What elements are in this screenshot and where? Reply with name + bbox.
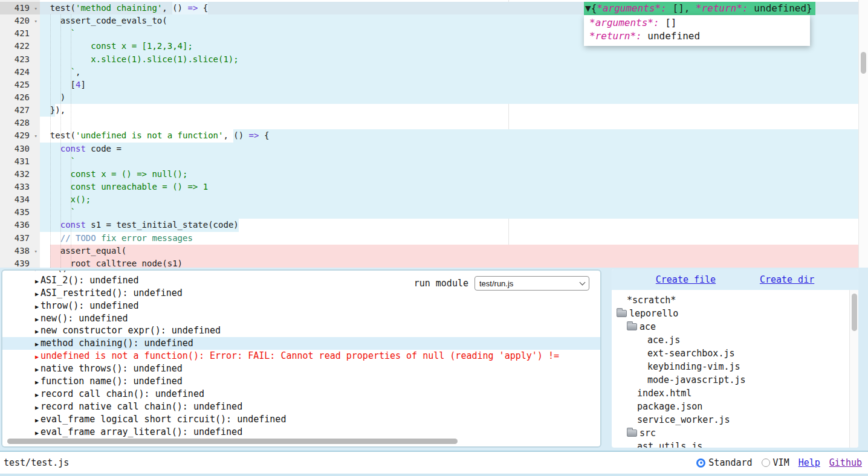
console-horizontal-scrollbar[interactable] bbox=[5, 438, 598, 445]
tree-item-label: src bbox=[640, 426, 656, 440]
gutter-line-number[interactable]: 422 bbox=[0, 40, 40, 53]
fold-arrow-icon[interactable]: ▾ bbox=[34, 15, 37, 28]
console-test-item[interactable]: ▶new constructor expr(): undefined bbox=[2, 324, 600, 337]
gutter-line-number[interactable]: 421 bbox=[0, 27, 40, 40]
help-link[interactable]: Help bbox=[798, 457, 820, 468]
console-test-item[interactable]: ▶undefined is not a function(): Error: F… bbox=[2, 350, 600, 362]
file-tree-body: *scratch*leporelloaceace.jsext-searchbox… bbox=[612, 290, 858, 448]
code-token: const x = () => null(); bbox=[40, 168, 187, 181]
editor-scrollbar-thumb[interactable] bbox=[861, 52, 866, 74]
radio-icon[interactable] bbox=[762, 458, 770, 467]
keybinding-option-vim[interactable]: VIM bbox=[762, 457, 789, 468]
tree-item-label: service_worker.js bbox=[637, 413, 730, 426]
line-number: 435 bbox=[15, 207, 30, 217]
code-token bbox=[40, 257, 50, 268]
tree-file-item[interactable]: package.json bbox=[612, 400, 858, 413]
gutter-line-number[interactable]: 420▾ bbox=[0, 14, 40, 27]
test-results-console: ▶ASI(): undefined▶ASI_2(): undefined▶ASI… bbox=[1, 269, 601, 448]
gutter-line-number[interactable]: 432 bbox=[0, 168, 40, 181]
code-token: } bbox=[40, 104, 55, 117]
code-line: assert_equal( bbox=[40, 245, 858, 257]
tree-scrollbar[interactable] bbox=[849, 290, 858, 448]
gutter-line-number[interactable]: 426 bbox=[0, 91, 40, 104]
code-line: ` bbox=[40, 206, 858, 219]
create-dir-link[interactable]: Create dir bbox=[760, 274, 814, 285]
gutter-line-number[interactable]: 435 bbox=[0, 206, 40, 219]
radio-icon[interactable] bbox=[696, 458, 705, 468]
line-number: 420 bbox=[15, 16, 30, 25]
test-result-text: eval_frame array_literal(): undefined bbox=[40, 426, 242, 437]
gutter-line-number[interactable]: 427 bbox=[0, 104, 40, 117]
console-scrollbar-thumb[interactable] bbox=[7, 439, 458, 444]
tree-file-item[interactable]: *scratch* bbox=[612, 294, 858, 307]
file-tree-panel: Create file Create dir *scratch*leporell… bbox=[612, 269, 858, 448]
code-token: ▼{ bbox=[585, 2, 597, 14]
code-token: () bbox=[172, 2, 187, 14]
code-token: assert_equal( bbox=[50, 245, 126, 257]
tree-file-item[interactable]: keybinding-vim.js bbox=[612, 360, 858, 373]
tree-file-item[interactable]: ast_utils.js bbox=[612, 440, 858, 448]
run-module-select[interactable]: test/run.js bbox=[474, 276, 589, 291]
console-test-item[interactable]: ▶new(): undefined bbox=[2, 312, 600, 325]
tree-file-item[interactable]: ace.js bbox=[612, 333, 858, 347]
gutter-line-number[interactable]: 430 bbox=[0, 143, 40, 155]
gutter-line-number[interactable]: 429▾ bbox=[0, 129, 40, 142]
line-fill bbox=[91, 193, 858, 206]
code-token: *return*: bbox=[589, 30, 642, 42]
line-number: 429 bbox=[15, 130, 30, 140]
github-link[interactable]: Github bbox=[829, 457, 862, 468]
tooltip-summary[interactable]: ▼{*arguments*: [], *return*: undefined} bbox=[584, 2, 815, 15]
console-test-item[interactable]: ▶record call chain(): undefined bbox=[2, 388, 600, 400]
console-test-item[interactable]: ▶eval_frame logical short circuit(): und… bbox=[2, 413, 600, 426]
value-inspector-tooltip: ▼{*arguments*: [], *return*: undefined} … bbox=[584, 2, 815, 46]
tree-folder-item[interactable]: ace bbox=[612, 320, 858, 333]
gutter-line-number[interactable]: 423 bbox=[0, 53, 40, 66]
folder-icon bbox=[617, 310, 627, 317]
tree-file-item[interactable]: service_worker.js bbox=[612, 413, 858, 426]
code-token: const x = [1,2,3,4]; bbox=[40, 40, 193, 53]
code-token: *return*: bbox=[696, 2, 748, 14]
run-module-label: run module bbox=[414, 278, 468, 289]
line-number: 430 bbox=[15, 144, 30, 153]
gutter-line-number[interactable]: 431 bbox=[0, 155, 40, 168]
tree-file-item[interactable]: index.html bbox=[612, 387, 858, 400]
line-number: 434 bbox=[15, 195, 30, 204]
fold-arrow-icon[interactable]: ▾ bbox=[34, 245, 37, 258]
code-line: root_calltree_node(s1) bbox=[40, 257, 858, 268]
gutter-line-number[interactable]: 425 bbox=[0, 79, 40, 91]
create-file-link[interactable]: Create file bbox=[656, 274, 716, 285]
gutter-line-number[interactable]: 433 bbox=[0, 181, 40, 193]
console-test-item[interactable]: ▶ASI(): undefined bbox=[2, 269, 600, 274]
editor-scrollbar[interactable] bbox=[858, 0, 868, 268]
gutter-line-number[interactable]: 424 bbox=[0, 66, 40, 79]
line-fill bbox=[40, 117, 858, 129]
tree-scrollbar-thumb[interactable] bbox=[852, 294, 857, 331]
gutter-line-number[interactable]: 438▾ bbox=[0, 245, 40, 257]
gutter-line-number[interactable]: 439 bbox=[0, 257, 40, 268]
console-test-item[interactable]: ▶record native call chain(): undefined bbox=[2, 400, 600, 413]
keybinding-option-standard[interactable]: Standard bbox=[696, 457, 752, 468]
console-test-item[interactable]: ▶function name(): undefined bbox=[2, 375, 600, 388]
code-token: 4 bbox=[76, 79, 80, 91]
fold-arrow-icon[interactable]: ▾ bbox=[34, 2, 37, 15]
tree-folder-item[interactable]: src bbox=[612, 426, 858, 440]
gutter-line-number[interactable]: 419▾ bbox=[0, 2, 40, 14]
code-editor[interactable]: 419▾420▾421422423424425426427428429▾4304… bbox=[0, 0, 868, 268]
console-test-item[interactable]: ▶native throws(): undefined bbox=[2, 362, 600, 375]
tree-folder-item[interactable]: leporello bbox=[612, 307, 858, 320]
tree-file-item[interactable]: ext-searchbox.js bbox=[612, 347, 858, 360]
code-token bbox=[40, 245, 50, 257]
expand-arrow-icon: ▶ bbox=[35, 404, 39, 411]
gutter-line-number[interactable]: 436 bbox=[0, 219, 40, 231]
editor-gutter[interactable]: 419▾420▾421422423424425426427428429▾4304… bbox=[0, 0, 40, 268]
expand-arrow-icon: ▶ bbox=[35, 353, 39, 360]
gutter-line-number[interactable]: 434 bbox=[0, 193, 40, 206]
code-token: => bbox=[249, 129, 259, 142]
gutter-line-number[interactable]: 437 bbox=[0, 232, 40, 245]
console-test-item[interactable]: ▶method chaining(): undefined bbox=[2, 337, 600, 350]
console-test-item[interactable]: ▶throw(): undefined bbox=[2, 300, 600, 312]
fold-arrow-icon[interactable]: ▾ bbox=[34, 130, 37, 143]
tree-file-item[interactable]: mode-javascript.js bbox=[612, 373, 858, 387]
console-test-item[interactable]: ▶eval_frame array_literal(): undefined bbox=[2, 426, 600, 439]
gutter-line-number[interactable]: 428 bbox=[0, 117, 40, 129]
